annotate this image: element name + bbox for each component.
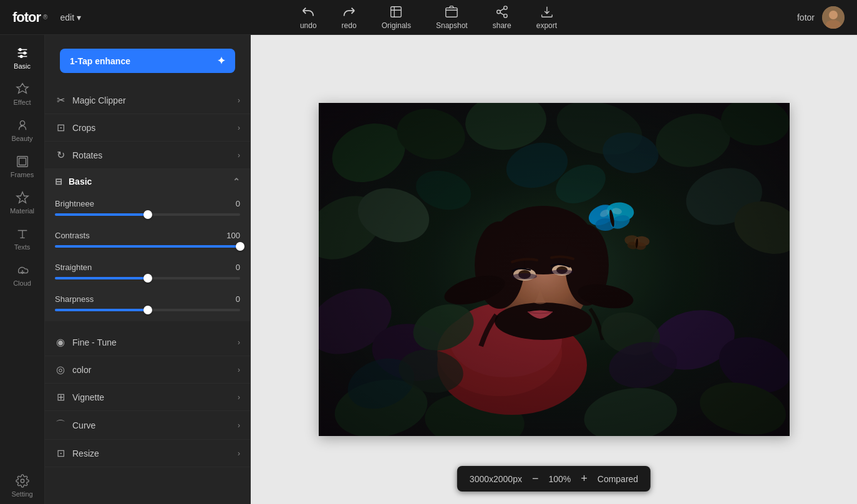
svg-point-2 (503, 6, 507, 9)
header-right: fotor (797, 6, 845, 29)
chevron-down-icon: › (238, 338, 240, 347)
logo-text: fotor (12, 9, 41, 26)
zoom-out-button[interactable]: − (532, 472, 539, 485)
snapshot-button[interactable]: Snapshot (436, 5, 468, 30)
zoom-level: 100% (548, 474, 571, 484)
sidebar-item-basic[interactable]: Basic (0, 40, 44, 76)
svg-point-9 (23, 52, 26, 54)
curve-icon: ⌒ (55, 419, 66, 432)
originals-button[interactable]: Originals (382, 5, 411, 30)
chevron-up-icon: ⌃ (233, 177, 240, 187)
rotates-row[interactable]: ↻ Rotates › (45, 142, 250, 169)
color-icon: ◎ (55, 364, 66, 376)
vignette-icon: ⊞ (55, 391, 66, 403)
compared-button[interactable]: Compared (598, 474, 638, 484)
username: fotor (797, 12, 815, 22)
svg-point-6 (829, 11, 838, 19)
tools-panel: 1-Tap enhance ✦ ✂ Magic Clipper › ⊡ Crop… (45, 35, 251, 504)
color-row[interactable]: ◎ color › (45, 356, 250, 384)
logo-sup: ® (43, 14, 47, 21)
redo-button[interactable]: redo (342, 5, 357, 30)
chevron-down-icon: › (238, 449, 240, 458)
sidebar-item-frames[interactable]: Frames (0, 148, 44, 185)
sidebar-item-material[interactable]: Material (0, 185, 44, 221)
zoom-in-button[interactable]: + (581, 472, 588, 485)
sharpness-group: Sharpness 0 (45, 289, 250, 321)
basic-header[interactable]: ⊟ Basic ⌃ (45, 169, 250, 194)
header-left: fotor® edit ▾ (12, 9, 81, 26)
chevron-down-icon: › (238, 393, 240, 402)
bottom-bar: 3000x2000px − 100% + Compared (457, 466, 651, 492)
logo: fotor® (12, 9, 47, 26)
header-center: undo redo Originals Snapshot share expor… (300, 5, 557, 30)
svg-rect-1 (446, 7, 457, 17)
dimensions-label: 3000x2000px (470, 474, 522, 484)
vignette-row[interactable]: ⊞ Vignette › (45, 384, 250, 411)
rotate-icon: ↻ (55, 149, 66, 161)
edit-button[interactable]: edit ▾ (60, 12, 81, 22)
resize-icon: ⊡ (55, 447, 66, 459)
crops-row[interactable]: ⊡ Crops › (45, 114, 250, 142)
resize-row[interactable]: ⊡ Resize › (45, 440, 250, 467)
chevron-down-icon: › (238, 96, 240, 105)
svg-rect-0 (391, 6, 402, 17)
sidebar-item-setting[interactable]: Setting (0, 468, 44, 504)
magic-clipper-row[interactable]: ✂ Magic Clipper › (45, 87, 250, 114)
svg-point-4 (503, 14, 507, 17)
svg-marker-14 (16, 192, 27, 203)
undo-button[interactable]: undo (300, 5, 317, 30)
sidebar-item-effect[interactable]: Effect (0, 76, 44, 112)
brightness-group: Brightneee 0 (45, 194, 250, 226)
photo-canvas (319, 103, 790, 436)
share-button[interactable]: share (493, 5, 511, 30)
svg-point-10 (20, 56, 22, 58)
sidebar-item-beauty[interactable]: Beauty (0, 112, 44, 148)
svg-point-11 (20, 121, 24, 125)
crop-icon: ⊡ (55, 122, 66, 133)
fine-tune-row[interactable]: ◉ Fine - Tune › (45, 329, 250, 356)
sidebar-item-cloud[interactable]: Cloud (0, 257, 44, 293)
basic-section: ⊟ Basic ⌃ Brightneee 0 (45, 169, 250, 321)
chevron-down-icon: › (238, 366, 240, 374)
sliders-icon: ⊟ (55, 177, 62, 187)
avatar (822, 6, 845, 29)
svg-point-3 (496, 10, 500, 14)
sidebar-item-texts[interactable]: Texts (0, 221, 44, 257)
fine-tune-icon: ◉ (55, 336, 66, 348)
svg-point-8 (19, 49, 21, 51)
header: fotor® edit ▾ undo redo Originals Snapsh… (0, 0, 857, 35)
canvas-area: 3000x2000px − 100% + Compared (251, 35, 857, 504)
enhance-button[interactable]: 1-Tap enhance ✦ (60, 49, 235, 73)
sidebar-icons: Basic Effect Beauty Frames Material Text… (0, 35, 45, 504)
curve-row[interactable]: ⌒ Curve › (45, 411, 250, 440)
chevron-down-icon: › (238, 124, 240, 132)
svg-rect-13 (19, 158, 26, 165)
wand-icon: ✦ (217, 55, 225, 67)
svg-point-15 (21, 479, 24, 483)
contrasts-group: Contrasts 100 (45, 226, 250, 258)
chevron-down-icon: › (238, 421, 240, 430)
magic-clipper-icon: ✂ (55, 94, 66, 106)
straighten-group: Straighten 0 (45, 258, 250, 289)
export-button[interactable]: export (536, 5, 557, 30)
photo-image (319, 103, 790, 436)
chevron-down-icon: › (238, 151, 240, 160)
svg-rect-74 (319, 103, 790, 436)
main: Basic Effect Beauty Frames Material Text… (0, 35, 857, 504)
